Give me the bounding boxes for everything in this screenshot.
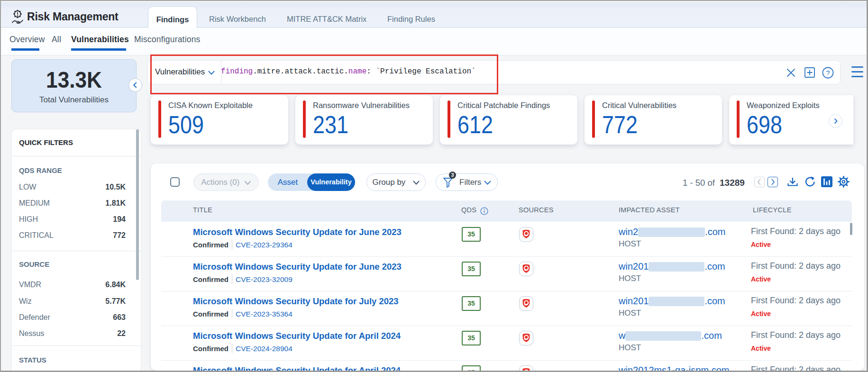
svg-text:?: ? xyxy=(826,69,830,77)
